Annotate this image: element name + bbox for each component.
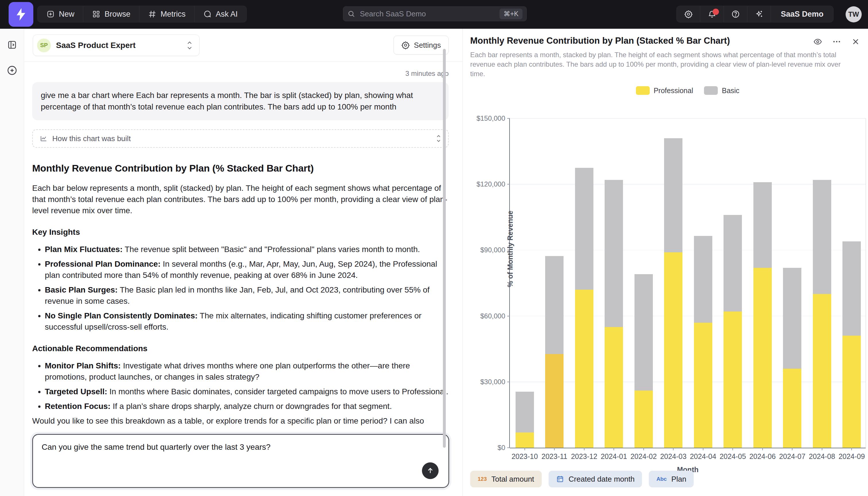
bar-segment-professional[interactable] [694, 323, 712, 448]
message-timestamp: 3 minutes ago [32, 69, 449, 78]
search-icon [347, 10, 355, 18]
bar-segment-professional[interactable] [605, 327, 623, 448]
bar-segment-professional[interactable] [545, 354, 564, 448]
settings-gear-button[interactable] [677, 6, 700, 22]
list-item: Basic Plan Surges: The Basic plan led in… [45, 284, 449, 307]
bar-2024-03[interactable] [664, 119, 682, 448]
chat-panel: SP SaaS Product Expert Settings 3 minute… [24, 29, 463, 496]
tag-total-amount[interactable]: 123 Total amount [470, 471, 542, 487]
eye-icon [813, 37, 822, 46]
how-chart-built-expander[interactable]: How this chart was built [32, 129, 449, 148]
org-switcher[interactable]: SaaS Demo [771, 6, 833, 22]
tag-created-date-month[interactable]: Created date month [549, 471, 642, 487]
chat-input-value[interactable]: Can you give the same trend but quarterl… [42, 442, 414, 453]
preview-eye-button[interactable] [812, 36, 823, 47]
bar-segment-basic[interactable] [753, 182, 772, 268]
bar-segment-professional[interactable] [842, 336, 861, 448]
gear-icon [401, 41, 410, 49]
x-tick-label: 2024-06 [750, 452, 776, 461]
response-intro: Each bar below represents a month, split… [32, 183, 449, 216]
bar-segment-professional[interactable] [516, 433, 534, 448]
user-avatar[interactable]: TW [846, 6, 862, 22]
bar-segment-basic[interactable] [724, 215, 742, 311]
y-tick-label: $120,000 [477, 180, 505, 188]
bar-segment-professional[interactable] [634, 390, 653, 448]
bar-2024-09[interactable] [842, 119, 861, 448]
text-field-icon: Abc [656, 476, 666, 482]
list-item: Targeted Upsell: In months where Basic d… [45, 386, 449, 397]
metrics-button[interactable]: Metrics [139, 6, 194, 22]
chat-scrollbar[interactable] [443, 49, 446, 448]
legend-item-professional[interactable]: Professional [636, 86, 693, 95]
tag-plan[interactable]: Abc Plan [649, 471, 694, 487]
x-tick-label: 2023-10 [512, 452, 538, 461]
toggle-sidebar-button[interactable] [7, 40, 17, 50]
bar-2024-02[interactable] [634, 119, 653, 448]
ai-sparkles-button[interactable] [748, 6, 771, 22]
bar-segment-professional[interactable] [664, 252, 682, 448]
notifications-button[interactable] [700, 6, 724, 22]
chat-settings-label: Settings [414, 41, 441, 50]
ellipsis-icon [832, 37, 841, 46]
bar-2023-10[interactable] [516, 119, 534, 448]
assistant-message: Monthly Revenue Contribution by Plan (% … [32, 162, 449, 429]
agent-selector[interactable]: SP SaaS Product Expert [33, 34, 199, 56]
chat-header: SP SaaS Product Expert Settings [24, 29, 463, 62]
bar-segment-basic[interactable] [545, 256, 564, 354]
response-title: Monthly Revenue Contribution by Plan (% … [32, 162, 449, 174]
help-button[interactable] [724, 6, 748, 22]
bar-segment-professional[interactable] [813, 294, 831, 448]
org-label: SaaS Demo [781, 10, 823, 19]
y-tick-mark [507, 382, 510, 382]
list-item: Monitor Plan Shifts: Investigate what dr… [45, 360, 449, 383]
nav-button-group: New Browse Metrics Ask AI [37, 6, 247, 22]
new-button[interactable]: New [38, 6, 83, 22]
bar-segment-basic[interactable] [605, 180, 623, 327]
y-axis-title: % of Monthly Revenue [506, 211, 514, 288]
bar-2024-06[interactable] [753, 119, 772, 448]
insights-list: Plan Mix Fluctuates: The revenue split b… [32, 244, 449, 332]
bar-segment-basic[interactable] [842, 242, 861, 336]
bar-segment-professional[interactable] [753, 268, 772, 448]
bar-2024-04[interactable] [694, 119, 712, 448]
bar-segment-basic[interactable] [575, 168, 593, 290]
close-panel-button[interactable] [850, 36, 861, 47]
bar-2024-07[interactable] [783, 119, 801, 448]
bar-segment-basic[interactable] [783, 268, 801, 369]
x-tick-mark [733, 448, 733, 450]
plus-circle-icon [6, 65, 17, 76]
user-message: give me a bar chart where Each bar repre… [32, 82, 449, 120]
new-thread-button[interactable] [6, 65, 17, 76]
send-button[interactable] [422, 462, 439, 479]
bar-2024-08[interactable] [813, 119, 831, 448]
app-logo[interactable] [9, 2, 33, 27]
chat-input[interactable]: Can you give the same trend but quarterl… [32, 434, 449, 488]
bar-2023-11[interactable] [545, 119, 564, 448]
bar-segment-basic[interactable] [664, 138, 682, 252]
chart-panel-description: Each bar represents a month, stacked by … [470, 50, 847, 78]
ask-ai-button[interactable]: Ask AI [194, 6, 246, 22]
bar-segment-professional[interactable] [575, 290, 593, 448]
legend-label: Professional [654, 87, 693, 95]
global-search-input[interactable]: Search SaaS Demo ⌘+K [343, 6, 527, 21]
x-tick-mark [851, 448, 852, 450]
bar-2024-01[interactable] [605, 119, 623, 448]
chat-settings-button[interactable]: Settings [393, 36, 449, 55]
bar-segment-professional[interactable] [783, 369, 801, 448]
bar-segment-basic[interactable] [634, 274, 653, 390]
y-tick-label: $0 [497, 444, 505, 452]
legend-item-basic[interactable]: Basic [704, 86, 739, 95]
bar-2023-12[interactable] [575, 119, 593, 448]
more-options-button[interactable] [831, 36, 842, 47]
bar-segment-basic[interactable] [694, 236, 712, 323]
x-tick-label: 2023-11 [542, 452, 567, 461]
help-circle-icon [731, 10, 740, 18]
agent-avatar: SP [37, 38, 51, 52]
bar-segment-basic[interactable] [516, 392, 534, 432]
browse-button[interactable]: Browse [83, 6, 139, 22]
bar-segment-professional[interactable] [724, 311, 742, 448]
bar-segment-basic[interactable] [813, 180, 831, 294]
x-tick-mark [673, 448, 674, 450]
bar-2024-05[interactable] [724, 119, 742, 448]
agent-initials: SP [40, 42, 48, 49]
